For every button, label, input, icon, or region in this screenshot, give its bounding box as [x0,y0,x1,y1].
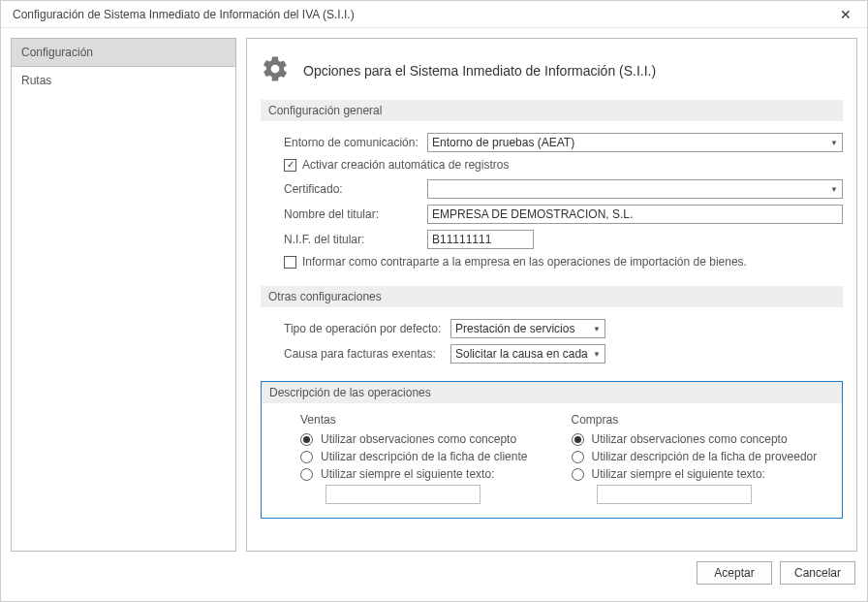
ventas-opt3-label: Utilizar siempre el siguiente texto: [321,467,494,481]
gear-icon [261,54,290,86]
radio-icon [300,451,313,463]
entorno-label: Entorno de comunicación: [284,136,427,149]
section-general-title: Configuración general [261,100,843,121]
sidebar-item-configuracion[interactable]: Configuración [12,39,235,67]
compras-opt3-label: Utilizar siempre el siguiente texto: [592,467,765,481]
chevron-down-icon: ▼ [830,139,838,147]
compras-custom-text-input[interactable] [597,485,752,504]
nif-label: N.I.F. del titular: [284,233,427,246]
section-desc-title: Descripción de las operaciones [262,382,842,403]
compras-opt1[interactable]: Utilizar observaciones como concepto [572,432,823,446]
window-title: Configuración de Sistema Inmediato de In… [13,8,355,21]
informar-label: Informar como contraparte a la empresa e… [302,255,747,269]
ventas-opt2-label: Utilizar descripción de la ficha de clie… [321,450,527,463]
compras-title: Compras [572,413,823,427]
nombre-input-field[interactable] [432,207,838,221]
sidebar: Configuración Rutas [11,38,236,552]
ventas-opt1-label: Utilizar observaciones como concepto [321,432,516,446]
causa-select[interactable]: Solicitar la causa en cada ▼ [450,344,605,364]
checkbox-icon [284,256,296,269]
compras-opt2[interactable]: Utilizar descripción de la ficha de prov… [572,450,823,463]
ventas-opt1[interactable]: Utilizar observaciones como concepto [300,432,552,446]
radio-icon [572,433,584,446]
entorno-value: Entorno de pruebas (AEAT) [432,136,574,149]
certificado-label: Certificado: [284,182,427,196]
chevron-down-icon: ▼ [593,325,601,333]
compras-column: Compras Utilizar observaciones como conc… [572,413,823,504]
nombre-label: Nombre del titular: [284,207,427,221]
section-general: Configuración general Entorno de comunic… [261,100,843,269]
section-otras: Otras configuraciones Tipo de operación … [261,286,843,364]
radio-icon [572,468,584,481]
titlebar: Configuración de Sistema Inmediato de In… [1,1,867,28]
activar-auto-checkbox[interactable]: Activar creación automática de registros [261,158,843,172]
ventas-opt3[interactable]: Utilizar siempre el siguiente texto: [300,467,552,481]
main-panel: Opciones para el Sistema Inmediato de In… [246,38,857,552]
footer: Aceptar Cancelar [1,552,867,594]
close-icon[interactable]: ✕ [832,3,859,26]
chevron-down-icon: ▼ [593,350,601,359]
informar-checkbox[interactable]: Informar como contraparte a la empresa e… [261,255,843,269]
compras-opt2-label: Utilizar descripción de la ficha de prov… [592,450,818,463]
nif-input[interactable] [427,230,534,249]
checkbox-icon [284,159,296,172]
chevron-down-icon: ▼ [830,185,838,194]
section-otras-title: Otras configuraciones [261,286,843,307]
causa-label: Causa para facturas exentas: [284,347,450,361]
main-header-title: Opciones para el Sistema Inmediato de In… [303,63,656,79]
sidebar-item-rutas[interactable]: Rutas [12,67,235,95]
compras-opt1-label: Utilizar observaciones como concepto [592,432,788,446]
radio-icon [572,451,584,463]
section-descripcion: Descripción de las operaciones Ventas Ut… [261,381,843,519]
ventas-custom-text-input[interactable] [326,485,480,504]
ventas-opt2[interactable]: Utilizar descripción de la ficha de clie… [300,450,552,463]
radio-icon [300,433,313,446]
nif-input-field[interactable] [432,233,529,246]
cancel-button[interactable]: Cancelar [780,561,855,585]
main-header: Opciones para el Sistema Inmediato de In… [261,54,843,86]
tipo-select[interactable]: Prestación de servicios ▼ [450,319,605,338]
compras-opt3[interactable]: Utilizar siempre el siguiente texto: [572,467,823,481]
activar-auto-label: Activar creación automática de registros [302,158,509,172]
causa-value: Solicitar la causa en cada [455,347,588,361]
tipo-value: Prestación de servicios [455,322,574,335]
accept-button[interactable]: Aceptar [697,561,772,585]
certificado-select[interactable]: ▼ [427,179,843,199]
nombre-input[interactable] [427,205,843,224]
tipo-label: Tipo de operación por defecto: [284,322,450,335]
radio-icon [300,468,313,481]
entorno-select[interactable]: Entorno de pruebas (AEAT) ▼ [427,133,843,152]
ventas-title: Ventas [300,413,552,427]
ventas-column: Ventas Utilizar observaciones como conce… [300,413,552,504]
